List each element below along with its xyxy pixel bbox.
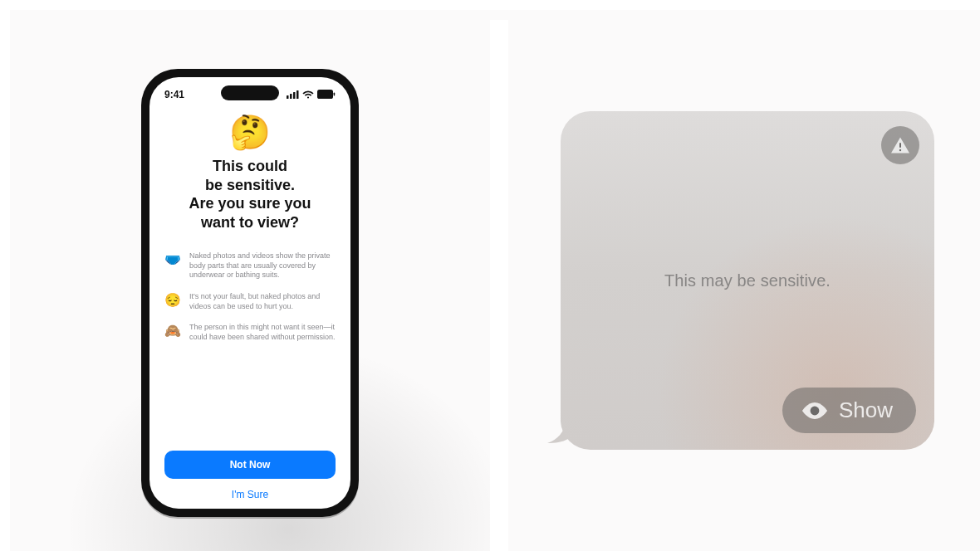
eye-icon — [801, 401, 829, 421]
svg-rect-1 — [290, 94, 292, 99]
svg-rect-6 — [899, 143, 901, 148]
warning-title: This could be sensitive. Are you sure yo… — [189, 157, 311, 232]
sensitive-warning-card: 🤔 This could be sensitive. Are you sure … — [149, 107, 350, 509]
battery-icon — [317, 90, 336, 99]
message-bubble-wrap: This may be sensitive. Show — [561, 111, 934, 450]
cellular-icon — [287, 90, 299, 99]
bullet-text: Naked photos and videos show the private… — [189, 251, 336, 280]
panel-divider — [490, 20, 508, 551]
bullet-text: The person in this might not want it see… — [189, 323, 336, 342]
svg-point-8 — [811, 406, 820, 415]
sad-face-icon: 😔 — [164, 292, 181, 311]
see-no-evil-icon: 🙈 — [164, 323, 181, 342]
warning-title-line: This could — [213, 158, 287, 174]
bullet-item: 😔 It's not your fault, but naked photos … — [164, 292, 336, 311]
phone-frame: 9:41 🤔 This could be sensitive. Are you … — [141, 69, 359, 517]
underwear-icon: 🩲 — [164, 251, 181, 280]
svg-rect-4 — [317, 90, 333, 99]
sensitive-label: This may be sensitive. — [664, 271, 831, 290]
svg-rect-2 — [293, 92, 296, 99]
not-now-button[interactable]: Not Now — [164, 451, 336, 479]
show-button-label: Show — [839, 397, 893, 423]
warning-bullets: 🩲 Naked photos and videos show the priva… — [164, 251, 336, 343]
bullet-item: 🩲 Naked photos and videos show the priva… — [164, 251, 336, 280]
im-sure-button[interactable]: I'm Sure — [164, 489, 336, 500]
svg-point-7 — [899, 149, 901, 151]
status-icons — [287, 90, 336, 99]
svg-rect-5 — [334, 92, 336, 95]
wifi-icon — [302, 90, 314, 99]
sensitive-message-bubble: This may be sensitive. Show — [561, 111, 934, 450]
svg-rect-3 — [296, 90, 299, 99]
warning-title-line: be sensitive. — [205, 177, 295, 193]
bullet-text: It's not your fault, but naked photos an… — [189, 292, 336, 311]
status-time: 9:41 — [164, 89, 184, 100]
warning-title-line: want to view? — [201, 214, 299, 231]
message-panel: This may be sensitive. Show — [490, 0, 980, 551]
show-button[interactable]: Show — [782, 388, 916, 433]
phone-panel: 9:41 🤔 This could be sensitive. Are you … — [0, 0, 490, 551]
bullet-item: 🙈 The person in this might not want it s… — [164, 323, 336, 342]
iphone-mock: 9:41 🤔 This could be sensitive. Are you … — [141, 69, 359, 517]
warning-triangle-icon — [881, 126, 919, 164]
warning-title-line: Are you sure you — [189, 195, 311, 212]
dynamic-island — [221, 85, 279, 100]
phone-screen: 9:41 🤔 This could be sensitive. Are you … — [149, 77, 350, 509]
svg-rect-0 — [287, 95, 289, 99]
thinking-face-icon: 🤔 — [229, 115, 271, 149]
